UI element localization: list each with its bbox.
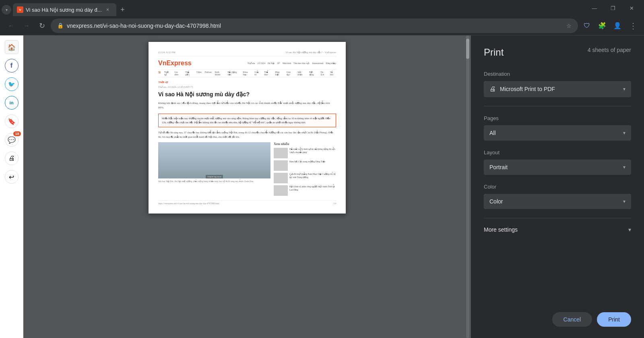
nav-categories: 🏠Thời sựGóc nhìnThế giớiVideoPodcastKinh… [158, 69, 336, 77]
footer-page: 1/4 [333, 202, 336, 205]
comment-count: 18 [13, 131, 21, 136]
spacer [484, 238, 631, 312]
print-title: Print [484, 47, 504, 58]
preview-page: 2/2/24, 8:32 PM Vi sao Hà Nội sương mù d… [149, 42, 346, 214]
color-chevron-icon: ▾ [623, 199, 625, 204]
pages-value: All [489, 130, 496, 136]
lock-icon: 🔒 [57, 23, 64, 29]
image-caption: Sân bay Nội Bài, Hà Nội mờ sương, phải d… [158, 180, 270, 182]
sidebar-thumb-4 [274, 185, 288, 196]
sidebar-item-4: Bộ Chính trị phân công người thực hành T… [274, 185, 336, 196]
forward-button[interactable]: → [20, 19, 33, 32]
sidebar-title: Xem nhiều [274, 142, 336, 146]
shield-icon[interactable]: 🛡 [580, 19, 593, 32]
divider-1 [484, 106, 631, 106]
pages-select[interactable]: All ▾ [484, 125, 631, 141]
scroll-area[interactable] [464, 35, 471, 338]
sidebar-item-2: Hàm Sơi Cốc trong trường Đăng Tiến [274, 160, 336, 171]
linkedin-icon[interactable]: in [5, 96, 19, 110]
star-icon[interactable]: ☆ [566, 23, 572, 29]
destination-label: Destination [484, 71, 631, 77]
layout-value: Portrait [489, 164, 508, 170]
sidebar-text-1: Đề xuất xử lý hình sự tài xế không dừng … [289, 148, 336, 158]
back-button[interactable]: ← [5, 19, 18, 32]
page-title-header: Vi sao Hà Nội sương mù dày đặc? - VnExpr… [285, 51, 336, 54]
more-settings-chevron-icon: ▾ [628, 226, 631, 233]
destination-select[interactable]: 🖨 Microsoft Print to PDF ▾ [484, 81, 631, 97]
article-title: Vi sao Hà Nội sương mù dày đặc? [158, 91, 336, 98]
page-footer: https://vnexpress.net/vi-sao-ha-noi-suon… [158, 200, 336, 205]
page-date: 2/2/24, 8:32 PM [158, 51, 175, 54]
tab-group-arrow[interactable]: ▾ [2, 5, 11, 15]
more-button[interactable]: ⋮ [626, 19, 639, 32]
nav-links: Thứ sáu2/2/2024Hà Nội28° Màn hìnhTìm the… [248, 62, 336, 64]
print-actions: Cancel Print [484, 312, 631, 327]
article-date: Thứ sáu, 2/2/2024, 12:28 (GMT+7) [158, 85, 336, 88]
page-header: 2/2/24, 8:32 PM Vi sao Hà Nội sương mù d… [158, 51, 336, 56]
footer-url: https://vnexpress.net/vi-sao-ha-noi-suon… [158, 202, 219, 205]
webpage-area: 🏠 f 🐦 in 🔖 💬 18 🖨 ↩ 2 [0, 35, 471, 338]
sidebar-item-3: Cựu Bí thư Quảng Nam Phan Việt Cường chỉ… [274, 173, 336, 183]
address-text: vnexpress.net/vi-sao-ha-noi-suong-mu-day… [67, 23, 563, 29]
main-content: 🏠 f 🐦 in 🔖 💬 18 🖨 ↩ 2 [0, 35, 644, 338]
more-settings-label: More settings [484, 226, 518, 233]
layout-setting: Layout Portrait ▾ [484, 149, 631, 175]
address-input-container[interactable]: 🔒 vnexpress.net/vi-sao-ha-noi-suong-mu-d… [51, 19, 578, 33]
destination-setting: Destination 🖨 Microsoft Print to PDF ▾ [484, 71, 631, 97]
sidebar-col: Xem nhiều Đề xuất xử lý hình sự tài xế k… [274, 142, 336, 198]
sidebar-text-2: Hàm Sơi Cốc trong trường Đăng Tiến [289, 160, 325, 171]
back-arrow-icon[interactable]: ↩ [5, 170, 19, 184]
reload-button[interactable]: ↻ [35, 19, 48, 32]
maximize-button[interactable]: ❐ [604, 0, 622, 16]
sheets-info: 4 sheets of paper [588, 47, 631, 53]
highlight-box: Miền Bắc một tuần nay thường xuyên mưa n… [158, 114, 336, 128]
cancel-button[interactable]: Cancel [552, 312, 592, 327]
twitter-icon[interactable]: 🐦 [5, 77, 19, 91]
main-content-col: Airport fog scene Sân bay Nội Bài, Hà Nộ… [158, 142, 270, 198]
tab-favicon: V [17, 6, 23, 13]
sidebar-thumb-1 [274, 148, 288, 158]
sidebar-text-3: Cựu Bí thư Quảng Nam Phan Việt Cường chỉ… [289, 173, 336, 183]
social-sidebar: 🏠 f 🐦 in 🔖 💬 18 🖨 ↩ [0, 35, 23, 338]
logo-row: VnExpress Thứ sáu2/2/2024Hà Nội28° Màn h… [158, 60, 336, 67]
sidebar-thumb-3 [274, 173, 288, 183]
close-window-button[interactable]: ✕ [622, 0, 641, 16]
home-icon[interactable]: 🏠 [5, 40, 19, 54]
comment-button[interactable]: 💬 18 [5, 133, 19, 147]
facebook-icon[interactable]: f [5, 59, 19, 73]
tab-title: Vi sao Hà Nội sương mù dày đ... [26, 7, 102, 13]
article-body: Từ sớ đến 9h sáng nay, 37 chuyến bay khô… [158, 131, 336, 139]
sidebar-text-4: Bộ Chính trị phân công người thực hành T… [289, 185, 336, 196]
print-button[interactable]: Print [597, 312, 631, 327]
image-caption-overlay: Airport fog scene [206, 175, 223, 178]
color-select[interactable]: Color ▾ [484, 194, 631, 209]
print-panel-header: Print 4 sheets of paper [484, 47, 631, 58]
destination-value: Microsoft Print to PDF [500, 86, 555, 92]
print-panel: Print 4 sheets of paper Destination 🖨 Mi… [471, 35, 644, 338]
more-settings-row[interactable]: More settings ▾ [484, 222, 631, 238]
minimize-button[interactable]: — [585, 0, 604, 16]
active-tab[interactable]: V Vi sao Hà Nội sương mù dày đ... × [13, 3, 116, 16]
content-row: Airport fog scene Sân bay Nội Bài, Hà Nộ… [158, 142, 336, 198]
highlight-text: Miền Bắc một tuần nay thường xuyên mưa n… [162, 116, 332, 125]
bookmark-icon[interactable]: 🔖 [5, 114, 19, 128]
layout-chevron-icon: ▾ [623, 164, 625, 170]
new-tab-button[interactable]: + [117, 4, 128, 15]
extensions-icon[interactable]: 🧩 [596, 19, 609, 32]
tab-close-button[interactable]: × [104, 6, 111, 13]
article-category: Thời sự [158, 81, 336, 84]
pages-label: Pages [484, 115, 631, 121]
color-setting: Color Color ▾ [484, 184, 631, 209]
printer-icon: 🖨 [489, 85, 496, 93]
print-icon[interactable]: 🖨 [5, 151, 19, 165]
pages-setting: Pages All ▾ [484, 115, 631, 141]
sidebar-thumb-2 [274, 160, 288, 171]
destination-chevron-icon: ▾ [623, 86, 625, 92]
address-bar: ← → ↻ 🔒 vnexpress.net/vi-sao-ha-noi-suon… [0, 16, 644, 35]
color-value: Color [489, 198, 503, 205]
layout-label: Layout [484, 149, 631, 156]
profile-icon[interactable]: 👤 [611, 19, 624, 32]
browser-chrome: ▾ V Vi sao Hà Nội sương mù dày đ... × + … [0, 0, 644, 35]
print-preview-container: 2/2/24, 8:32 PM Vi sao Hà Nội sương mù d… [23, 35, 471, 338]
layout-select[interactable]: Portrait ▾ [484, 160, 631, 175]
